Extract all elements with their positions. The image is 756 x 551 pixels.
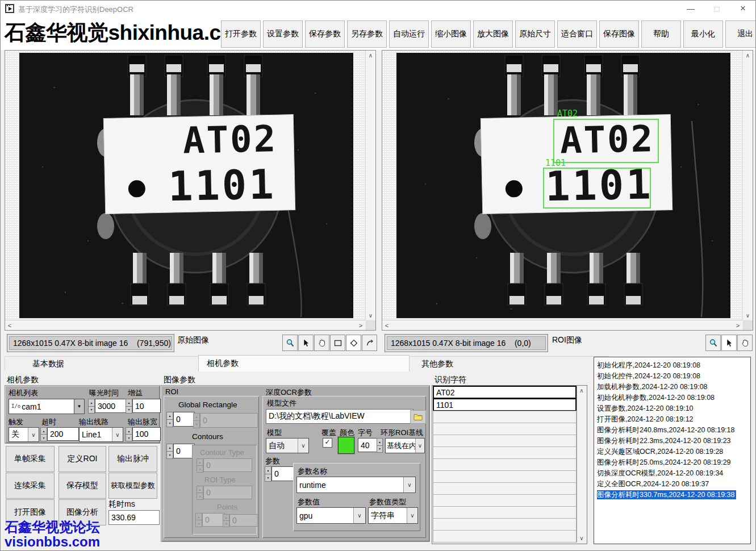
recognized-row-empty[interactable] xyxy=(433,435,577,447)
global-rect-index[interactable]: 0 xyxy=(173,412,195,427)
log-entry[interactable]: 设置参数,2024-12-20 08:19:10 xyxy=(597,403,750,414)
spin-down-icon[interactable]: ▼ xyxy=(166,451,173,459)
log-entry[interactable]: 初始化程序,2024-12-20 08:19:08 xyxy=(597,360,750,371)
single-grab-button[interactable]: 单帧采集 xyxy=(6,446,55,472)
spin-up-icon[interactable]: ▲ xyxy=(126,399,132,407)
spin-up-icon[interactable]: ▲ xyxy=(377,438,383,446)
recognized-row[interactable]: 1101 xyxy=(433,398,577,411)
original-image-viewport[interactable]: AT02 1101 xyxy=(5,51,365,320)
horizontal-scrollbar[interactable]: < > xyxy=(5,320,365,330)
log-entry[interactable]: 图像分析耗时22.3ms,2024-12-20 08:19:23 xyxy=(597,436,750,446)
scroll-right-icon[interactable]: > xyxy=(356,320,365,330)
recognized-row[interactable]: AT02 xyxy=(433,386,577,399)
recognized-row-empty[interactable] xyxy=(433,423,577,435)
maximize-icon[interactable]: □ xyxy=(704,0,730,17)
recognized-row-empty[interactable] xyxy=(433,518,577,531)
zoom-tool-button[interactable] xyxy=(282,335,298,351)
pan-tool-button[interactable] xyxy=(314,335,329,351)
exposure-stepper[interactable]: ▲▼ xyxy=(88,399,95,413)
spin-down-icon[interactable]: ▼ xyxy=(265,474,272,482)
zoom-tool-button[interactable] xyxy=(705,335,721,351)
minimize-icon[interactable]: — xyxy=(678,0,704,17)
recognized-row-empty[interactable] xyxy=(433,494,577,507)
roi-image-viewport[interactable]: AT02 1101 AT02 1101 xyxy=(382,51,742,320)
model-select[interactable]: 自动 ∨ xyxy=(266,438,309,453)
minimize-button[interactable]: 最小化 xyxy=(683,20,723,48)
rotated-rect-tool-button[interactable] xyxy=(346,335,361,351)
chevron-down-icon[interactable]: ∨ xyxy=(28,428,39,441)
spin-up-icon[interactable]: ▲ xyxy=(88,399,95,407)
zoom-in-image-button[interactable]: 放大图像 xyxy=(473,20,513,48)
camera-select[interactable]: I/ocam1 ▼ xyxy=(9,399,85,414)
scroll-right-icon[interactable]: > xyxy=(733,320,742,330)
log-entry[interactable]: 定义全图OCR,2024-12-20 08:19:37 xyxy=(597,479,750,490)
pulse-width-stepper[interactable]: ▲▼ xyxy=(126,427,132,441)
log-entry[interactable]: 图像分析耗时25.0ms,2024-12-20 08:19:29 xyxy=(597,457,750,468)
cursor-tool-button[interactable] xyxy=(721,335,737,351)
open-params-button[interactable]: 打开参数 xyxy=(221,20,261,48)
rectangle-tool-button[interactable] xyxy=(330,335,345,351)
ring-baseline-select[interactable]: 基线在内 ∨ xyxy=(385,438,425,453)
overlay-checkbox[interactable]: ✓ xyxy=(323,438,332,448)
recognized-row-empty[interactable] xyxy=(433,411,577,423)
log-entry[interactable]: 图像分析耗时330.7ms,2024-12-20 08:19:38 xyxy=(597,490,750,500)
log-entry[interactable]: 初始化控件,2024-12-20 08:19:08 xyxy=(597,371,750,382)
annulus-tool-button[interactable] xyxy=(362,335,377,351)
set-params-button[interactable]: 设置参数 xyxy=(263,20,303,48)
tab-basic-data[interactable]: 基本数据 xyxy=(5,356,225,371)
help-button[interactable]: 帮助 xyxy=(641,20,681,48)
chevron-down-icon[interactable]: ∨ xyxy=(415,439,424,453)
recognized-row-empty[interactable] xyxy=(433,530,577,542)
continuous-grab-button[interactable]: 连续采集 xyxy=(6,473,55,499)
log-entry[interactable]: 图像分析耗时240.8ms,2024-12-20 08:19:18 xyxy=(597,425,750,436)
output-line-select[interactable]: Line1 ∨ xyxy=(79,427,123,442)
close-icon[interactable]: × xyxy=(730,0,756,17)
scroll-up-icon[interactable]: ∧ xyxy=(366,51,375,60)
log-entry[interactable]: 定义兴趣区域OCR,2024-12-20 08:19:28 xyxy=(597,446,750,457)
chevron-down-icon[interactable]: ∨ xyxy=(112,428,123,441)
exposure-input[interactable]: 3000 xyxy=(95,399,127,413)
log-entry[interactable]: 打开图像,2024-12-20 08:19:12 xyxy=(597,414,750,425)
trigger-select[interactable]: 关 ∨ xyxy=(9,427,39,442)
param-type-select[interactable]: 字符串 ∨ xyxy=(368,507,418,524)
scroll-down-icon[interactable]: ∨ xyxy=(577,533,586,542)
get-model-params-button[interactable]: 获取模型参数 xyxy=(108,473,157,499)
gain-input[interactable]: 10 xyxy=(132,399,161,413)
chevron-down-icon[interactable]: ∨ xyxy=(403,477,415,492)
output-pulse-button[interactable]: 输出脉冲 xyxy=(108,446,157,472)
spin-down-icon[interactable]: ▼ xyxy=(40,434,47,441)
define-roi-button[interactable]: 定义ROI xyxy=(59,446,106,472)
spin-up-icon[interactable]: ▲ xyxy=(265,466,272,474)
log-entry[interactable]: 初始化机种参数,2024-12-20 08:19:08 xyxy=(597,393,750,403)
spin-down-icon[interactable]: ▼ xyxy=(166,419,173,427)
visionbbs-link[interactable]: visionbbs.com xyxy=(5,534,100,550)
dropdown-arrow-icon[interactable]: ▼ xyxy=(74,399,84,414)
param-index[interactable]: 0 xyxy=(272,466,294,481)
browse-folder-button[interactable] xyxy=(410,410,426,424)
original-size-button[interactable]: 原始尺寸 xyxy=(515,20,555,48)
recognized-row-empty[interactable] xyxy=(433,506,577,519)
model-path-input[interactable]: D:\我的文档\教程\LabVIEW xyxy=(266,409,413,424)
zoom-out-image-button[interactable]: 缩小图像 xyxy=(431,20,471,48)
tab-other-params[interactable]: 其他参数 xyxy=(403,356,609,371)
vertical-scrollbar[interactable]: ∧ ∨ xyxy=(365,51,375,320)
recognized-row-empty[interactable] xyxy=(433,446,577,459)
save-image-button[interactable]: 保存图像 xyxy=(599,20,639,48)
recognized-row-empty[interactable] xyxy=(433,458,577,471)
exit-button[interactable]: 退出 xyxy=(725,20,756,48)
scroll-up-icon[interactable]: ∧ xyxy=(743,51,753,60)
param-index-stepper[interactable]: ▲▼ xyxy=(265,466,272,481)
timeout-stepper[interactable]: ▲▼ xyxy=(40,427,47,441)
vertical-scrollbar[interactable]: ∧ ∨ xyxy=(742,51,753,320)
log-entry[interactable]: 加载机种参数,2024-12-20 08:19:08 xyxy=(597,382,750,393)
pulse-width-input[interactable]: 100 xyxy=(132,427,161,441)
scroll-up-icon[interactable]: ∧ xyxy=(577,386,586,395)
tab-camera-params[interactable]: 相机参数 xyxy=(198,355,410,371)
spin-down-icon[interactable]: ▼ xyxy=(377,445,383,453)
spin-up-icon[interactable]: ▲ xyxy=(166,412,173,420)
save-as-params-button[interactable]: 另存参数 xyxy=(347,20,387,48)
param-value-select[interactable]: gpu ∨ xyxy=(296,507,366,524)
recognized-list-scrollbar[interactable]: ∧ ∨ xyxy=(577,386,587,542)
fit-window-button[interactable]: 适合窗口 xyxy=(557,20,597,48)
timeout-input[interactable]: 200 xyxy=(47,427,79,441)
